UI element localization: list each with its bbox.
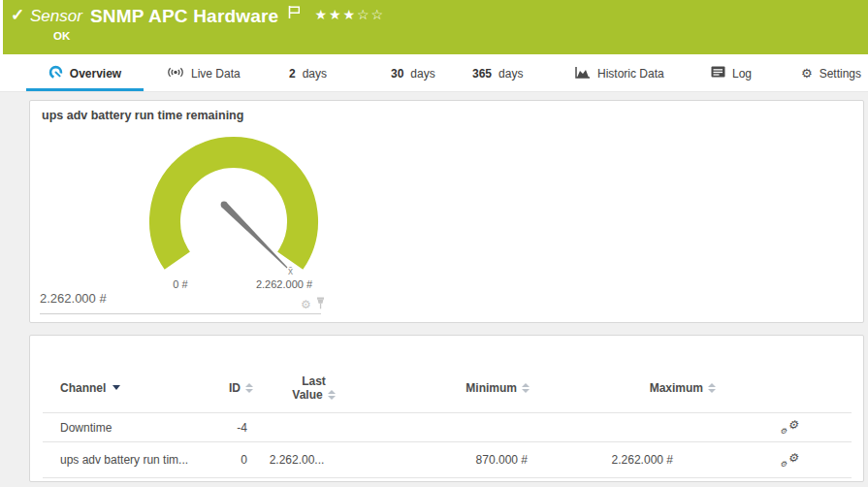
column-header-minimum-label: Minimum — [466, 381, 517, 395]
tab-30-days-number: 30 — [391, 67, 403, 81]
pin-icon[interactable] — [315, 296, 326, 313]
channel-id-cell: -4 — [190, 421, 253, 435]
column-header-channel-label: Channel — [60, 381, 106, 395]
gauge-tab-icon — [48, 65, 63, 82]
column-header-maximum-label: Maximum — [650, 381, 703, 395]
tab-365-days-label: days — [498, 67, 523, 81]
tab-live-data-label: Live Data — [191, 67, 241, 81]
tab-2-days-number: 2 — [289, 67, 296, 81]
gauge-scale-min-label: 0 # — [156, 278, 205, 290]
tab-2-days[interactable]: 2 days — [289, 54, 327, 92]
tab-2-days-label: days — [303, 67, 327, 81]
channel-name-cell[interactable]: ups adv battery run tim... — [43, 453, 190, 467]
status-ok-check-icon: ✓ — [11, 5, 24, 25]
sort-icon[interactable] — [522, 383, 530, 393]
gauge-cell-divider — [40, 313, 321, 314]
tab-365-days-number: 365 — [472, 67, 492, 81]
gauge-panel: ups adv battery run time remaining x̄ 0 … — [29, 100, 864, 323]
table-row[interactable]: Downtime -4 ⚙ ⚙ — [43, 413, 852, 442]
broadcast-icon — [167, 66, 184, 81]
gear-icon: ⚙ — [801, 67, 813, 80]
tab-settings-label: Settings — [820, 67, 861, 81]
column-header-channel[interactable]: Channel — [43, 381, 190, 395]
gauge-needle — [222, 203, 288, 269]
channel-settings-gears-icon[interactable]: ⚙ ⚙ — [780, 453, 798, 468]
gauge-scale-max-label: 2.262.000 # — [226, 278, 342, 290]
status-badge: OK — [53, 30, 70, 42]
gauge-current-value: 2.262.000 # — [40, 291, 107, 306]
table-row[interactable]: ups adv battery run tim... 0 2.262.00...… — [43, 442, 852, 478]
maximum-cell: 2.262.000 # — [544, 453, 733, 467]
minimum-cell: 870.000 # — [374, 453, 544, 467]
column-header-minimum[interactable]: Minimum — [374, 381, 544, 395]
battery-runtime-gauge — [127, 128, 340, 281]
sort-icon[interactable] — [245, 383, 253, 393]
log-list-icon — [711, 66, 725, 81]
tab-historic-data-label: Historic Data — [597, 67, 664, 81]
tab-settings[interactable]: ⚙ Settings — [801, 54, 861, 92]
sort-icon[interactable] — [328, 390, 336, 400]
tab-log-label: Log — [732, 67, 752, 81]
tab-log[interactable]: Log — [711, 54, 752, 92]
channel-name-cell[interactable]: Downtime — [43, 421, 190, 435]
tab-30-days[interactable]: 30 days — [391, 54, 435, 92]
sort-icon[interactable] — [708, 383, 716, 393]
tab-historic-data[interactable]: Historic Data — [575, 54, 664, 92]
priority-stars[interactable]: ★★★☆☆ — [314, 7, 385, 22]
object-kind-label: Sensor — [30, 7, 82, 26]
tab-overview-label: Overview — [70, 67, 121, 81]
channel-id-cell: 0 — [190, 453, 253, 467]
gauge-toolbar: ⚙ — [301, 296, 326, 313]
tab-overview[interactable]: Overview — [26, 54, 144, 92]
tab-30-days-label: days — [410, 67, 434, 81]
active-tab-underline — [26, 88, 144, 91]
column-header-maximum[interactable]: Maximum — [544, 381, 733, 395]
channel-table-panel: Channel ID Last Value Minimum — [29, 335, 864, 482]
sensor-title-row: Sensor SNMP APC Hardware ★★★☆☆ — [30, 6, 385, 27]
sensor-header: ✓ Sensor SNMP APC Hardware ★★★☆☆ OK — [3, 0, 868, 54]
table-header-row: Channel ID Last Value Minimum — [43, 336, 852, 413]
column-header-last-value[interactable]: Last Value — [253, 374, 374, 402]
column-header-value-label: Value — [292, 388, 322, 402]
sort-desc-icon — [113, 385, 120, 390]
tab-bar: Overview Live Data 2 days 30 days 365 da… — [0, 54, 868, 92]
last-value-cell: 2.262.00... — [253, 453, 374, 467]
gauge-average-marker: x̄ — [288, 266, 293, 276]
column-header-id[interactable]: ID — [190, 381, 253, 395]
column-header-last-label: Last — [302, 374, 326, 388]
tab-365-days[interactable]: 365 days — [472, 54, 523, 92]
channel-settings-gears-icon[interactable]: ⚙ ⚙ — [780, 420, 798, 435]
tab-live-data[interactable]: Live Data — [167, 54, 241, 92]
gauge-title: ups adv battery run time remaining — [42, 109, 243, 122]
flag-icon[interactable] — [288, 5, 301, 23]
column-header-id-label: ID — [229, 381, 241, 395]
channel-table: Channel ID Last Value Minimum — [43, 336, 852, 478]
area-chart-icon — [575, 66, 591, 81]
gauge-settings-gear-icon[interactable]: ⚙ — [301, 299, 311, 310]
page-title: SNMP APC Hardware — [90, 6, 279, 27]
